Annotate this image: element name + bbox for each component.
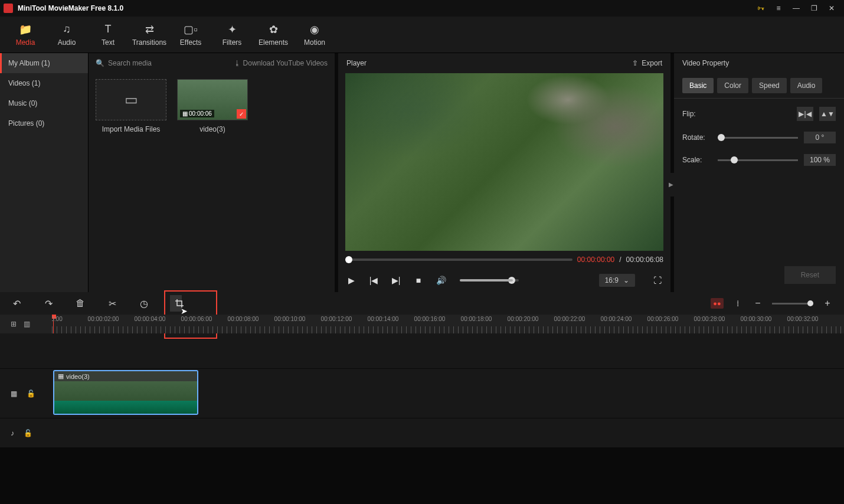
ribbon-tab-audio[interactable]: ♫Audio bbox=[46, 17, 87, 53]
video-preview[interactable] bbox=[345, 73, 663, 251]
ruler-tick: 00:00:08:00 bbox=[228, 316, 259, 322]
album-item[interactable]: Pictures (0) bbox=[0, 113, 88, 133]
rotate-slider[interactable] bbox=[718, 137, 798, 139]
album-item[interactable]: My Album (1) bbox=[0, 53, 88, 73]
scale-label: Scale: bbox=[682, 156, 712, 164]
ruler-tick: 00:00:10:00 bbox=[274, 316, 306, 322]
seek-slider[interactable] bbox=[345, 258, 573, 261]
album-item[interactable]: Videos (1) bbox=[0, 73, 88, 93]
ribbon-tab-effects[interactable]: ▢▫Effects bbox=[170, 17, 211, 53]
clip-waveform bbox=[54, 401, 197, 414]
download-youtube-link[interactable]: ⭳ Download YouTube Videos bbox=[234, 59, 328, 67]
maximize-button[interactable]: ❐ bbox=[805, 0, 823, 17]
search-input[interactable]: 🔍 Search media bbox=[96, 59, 230, 67]
collapse-handle[interactable]: ▶ bbox=[668, 173, 674, 197]
clip-label: video(3) bbox=[66, 373, 90, 380]
crop-button[interactable] bbox=[170, 295, 182, 312]
zoom-slider[interactable] bbox=[772, 303, 813, 305]
ribbon-tab-transitions[interactable]: ⇄Transitions bbox=[129, 17, 170, 53]
ruler-tick: 00:00:16:00 bbox=[414, 316, 446, 322]
ruler-tick: 00:00:04:00 bbox=[135, 316, 166, 322]
minimize-button[interactable]: — bbox=[787, 0, 805, 17]
fullscreen-button[interactable]: ⛶ bbox=[652, 276, 663, 285]
undo-button[interactable]: ↶ bbox=[11, 298, 22, 309]
timeline-tracks: ▦ 🔓 ▦ video(3) ♪ 🔓 bbox=[0, 333, 844, 448]
timecode-current: 00:00:00:00 bbox=[577, 256, 614, 264]
search-placeholder: Search media bbox=[108, 59, 152, 67]
property-tab-color[interactable]: Color bbox=[717, 78, 748, 93]
folder-icon: ▭ bbox=[125, 91, 138, 108]
aspect-ratio-select[interactable]: 16:9 ⌄ bbox=[599, 274, 635, 287]
delete-button[interactable]: 🗑 bbox=[74, 298, 86, 309]
ribbon-tab-motion[interactable]: ◉Motion bbox=[294, 17, 335, 53]
text-icon: T bbox=[105, 23, 112, 36]
volume-slider[interactable] bbox=[460, 279, 519, 282]
ruler-tick: 00:00:06:00 bbox=[181, 316, 212, 322]
flip-vertical-button[interactable]: ▲▼ bbox=[819, 107, 836, 121]
filters-icon: ✦ bbox=[228, 23, 237, 36]
speed-button[interactable]: ◷ bbox=[138, 298, 150, 309]
flip-horizontal-button[interactable]: ▶|◀ bbox=[797, 107, 813, 121]
key-icon[interactable]: 🗝 bbox=[752, 0, 770, 17]
ruler-tick: 00:00:18:00 bbox=[461, 316, 492, 322]
prev-frame-button[interactable]: |◀ bbox=[368, 276, 380, 285]
video-track-icon: ▦ bbox=[11, 390, 17, 398]
ruler-tick: 00:00:22:00 bbox=[554, 316, 585, 322]
duration-badge: ▦ 00:00:06 bbox=[180, 110, 214, 117]
ruler-tick: 00:00:26:00 bbox=[647, 316, 679, 322]
property-panel: ▶ Video Property BasicColorSpeedAudio Fl… bbox=[674, 53, 844, 292]
menu-icon[interactable]: ≡ bbox=[770, 0, 787, 17]
property-tab-audio[interactable]: Audio bbox=[790, 78, 823, 93]
scale-slider[interactable] bbox=[718, 159, 798, 161]
add-track-button[interactable]: ⊞ bbox=[11, 320, 17, 328]
rotate-value: 0 ° bbox=[804, 132, 836, 143]
scale-value: 100 % bbox=[804, 154, 836, 166]
album-item[interactable]: Music (0) bbox=[0, 93, 88, 113]
folder-icon: 📁 bbox=[19, 23, 32, 36]
lock-icon[interactable]: 🔓 bbox=[27, 390, 35, 398]
clip-film-icon: ▦ bbox=[58, 372, 64, 380]
reset-button[interactable]: Reset bbox=[784, 266, 836, 284]
media-clip-tile[interactable]: ▦ 00:00:06 ✓ video(3) bbox=[177, 79, 248, 133]
transition-icon: ⇄ bbox=[145, 23, 154, 36]
ribbon-tab-filters[interactable]: ✦Filters bbox=[211, 17, 253, 53]
export-button[interactable]: ⇪ Export bbox=[632, 59, 662, 67]
volume-icon[interactable]: 🔊 bbox=[435, 276, 447, 285]
ruler-tick: 00:00:20:00 bbox=[508, 316, 539, 322]
lock-icon[interactable]: 🔓 bbox=[24, 429, 32, 437]
magnet-button[interactable]: ●● bbox=[711, 298, 724, 309]
timecode-sep: / bbox=[619, 256, 621, 264]
ribbon-tab-text[interactable]: TText bbox=[87, 17, 129, 53]
ruler-tick: 00:00:24:00 bbox=[601, 316, 632, 322]
redo-button[interactable]: ↷ bbox=[42, 298, 54, 309]
player-panel: Player ⇪ Export 00:00:00:00 / 00:00:06:0… bbox=[338, 53, 670, 292]
timeline-toolbar: ↶ ↷ 🗑 ✂ ◷ ●● ⁞ − + ➤ Crop bbox=[0, 292, 844, 315]
next-frame-button[interactable]: ▶| bbox=[390, 276, 402, 285]
ruler-tick: 0:00 bbox=[52, 316, 63, 322]
split-button[interactable]: ✂ bbox=[106, 298, 118, 309]
zoom-out-button[interactable]: − bbox=[752, 298, 764, 309]
import-tile[interactable]: ▭ Import Media Files bbox=[96, 79, 166, 133]
ribbon-tab-elements[interactable]: ✿Elements bbox=[253, 17, 294, 53]
property-tab-basic[interactable]: Basic bbox=[682, 78, 714, 93]
timeline-clip[interactable]: ▦ video(3) bbox=[53, 370, 198, 415]
marker-button[interactable]: ⁞ bbox=[732, 299, 744, 308]
ribbon-tab-media[interactable]: 📁Media bbox=[5, 17, 46, 53]
track-layers-button[interactable]: ▥ bbox=[24, 320, 30, 328]
import-label: Import Media Files bbox=[96, 125, 166, 133]
ruler-tick: 00:00:12:00 bbox=[321, 316, 352, 322]
check-icon: ✓ bbox=[237, 109, 246, 119]
zoom-in-button[interactable]: + bbox=[822, 298, 833, 309]
play-button[interactable]: ▶ bbox=[345, 276, 357, 285]
timeline-track-video: ▦ 🔓 ▦ video(3) bbox=[0, 369, 844, 418]
timecode-total: 00:00:06:08 bbox=[626, 256, 663, 264]
property-tab-speed[interactable]: Speed bbox=[752, 78, 787, 93]
ruler-tick: 00:00:28:00 bbox=[694, 316, 725, 322]
timeline-track-blank bbox=[0, 333, 844, 369]
timeline-ruler[interactable]: 0:0000:00:02:0000:00:04:0000:00:06:0000:… bbox=[52, 315, 844, 333]
close-button[interactable]: ✕ bbox=[823, 0, 840, 17]
film-icon: ▦ bbox=[182, 110, 188, 117]
ruler-tick: 00:00:02:00 bbox=[88, 316, 119, 322]
stop-button[interactable]: ■ bbox=[413, 276, 424, 285]
ruler-tick: 00:00:32:00 bbox=[787, 316, 819, 322]
